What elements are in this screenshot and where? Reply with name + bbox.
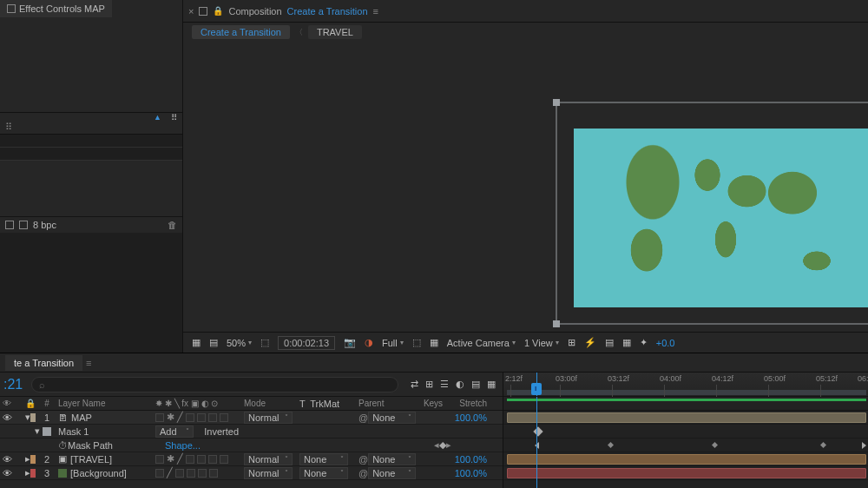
tab-menu-icon[interactable]: ≡ — [86, 358, 91, 368]
magnification-dropdown[interactable]: 50%▾ — [227, 338, 252, 348]
flowchart-child[interactable]: TRAVEL — [308, 25, 362, 39]
layer-bar-map[interactable] — [507, 412, 866, 423]
switch-motionblur[interactable] — [208, 413, 217, 422]
fast-previews-icon[interactable]: ⚡ — [584, 337, 596, 348]
timeline-graph-area[interactable]: 2:12f 03:00f 03:12f 04:00f 04:12f 05:00f… — [503, 373, 868, 488]
video-toggle-icon[interactable]: 👁 — [3, 412, 12, 423]
mask-keyframe[interactable] — [533, 426, 542, 436]
flowchart-root[interactable]: Create a Transition — [192, 25, 290, 39]
mask-mode-dropdown[interactable]: Add˅ — [155, 425, 194, 438]
effect-controls-tab[interactable]: Effect Controls MAP — [0, 0, 112, 17]
layer-search-input[interactable]: ⌕ — [31, 377, 398, 392]
shape-value-link[interactable]: Shape... — [165, 440, 201, 451]
maskpath-key[interactable] — [820, 442, 826, 448]
pickwhip-icon[interactable]: @ — [358, 454, 368, 465]
switch-shy[interactable] — [155, 413, 164, 422]
maskpath-key[interactable] — [862, 442, 866, 449]
maskpath-key[interactable] — [608, 442, 614, 448]
cti-head[interactable]: I — [531, 383, 542, 395]
layer-name-text[interactable]: [Background] — [70, 468, 127, 478]
timeline-icon[interactable]: ▤ — [605, 337, 614, 348]
render-icon[interactable]: ✦ — [640, 337, 648, 348]
proj-settings-icon[interactable] — [19, 221, 28, 229]
switch-motionblur[interactable] — [198, 469, 207, 478]
layer-name-text[interactable]: [TRAVEL] — [70, 454, 112, 465]
next-key-icon[interactable]: ▸ — [446, 439, 451, 451]
res-full-icon[interactable]: ⬚ — [260, 337, 269, 348]
switch-frameblend[interactable] — [197, 413, 206, 422]
collapse-icon[interactable]: ⊞ — [425, 379, 433, 390]
switch-motionblur[interactable] — [208, 455, 217, 464]
switch-collapse[interactable]: ✱ — [167, 453, 174, 465]
panel-menu-icon[interactable]: ⠿ — [171, 113, 177, 122]
layer-row-maskpath[interactable]: ⏱ Mask Path Shape... ◂◆▸ — [0, 439, 503, 452]
label-swatch[interactable] — [30, 469, 36, 478]
switch-quality[interactable]: ╱ — [177, 412, 183, 423]
roi-icon[interactable]: ⬚ — [412, 337, 421, 348]
layer-bar-background[interactable] — [507, 468, 866, 478]
trkmat-dropdown[interactable]: None˅ — [299, 453, 348, 465]
pixel-aspect-icon[interactable]: ⊞ — [568, 337, 575, 348]
mask-name-text[interactable]: Mask 1 — [58, 426, 89, 437]
comp-flowchart-icon[interactable]: ▦ — [622, 337, 631, 348]
parent-dropdown[interactable]: None˅ — [368, 467, 416, 479]
switch-fx[interactable] — [175, 469, 184, 478]
layer-search-field[interactable] — [45, 379, 391, 390]
mask-vertex-handle[interactable] — [553, 99, 560, 106]
layer-row-background[interactable]: 👁 ▸ 3 [Background] ╱ Normal˅ None˅ @None… — [0, 466, 503, 480]
snapshot-icon[interactable]: 📷 — [344, 337, 356, 348]
project-item-row[interactable] — [0, 148, 182, 161]
panel-collapse-icon[interactable]: ▲ — [154, 113, 161, 122]
views-dropdown[interactable]: 1 View▾ — [524, 338, 559, 348]
transparency-grid-icon[interactable]: ▦ — [430, 337, 438, 348]
tab-menu-icon[interactable]: ≡ — [373, 6, 378, 16]
trkmat-dropdown[interactable]: None˅ — [299, 467, 348, 479]
bpc-toggle[interactable]: 8 bpc — [33, 220, 56, 230]
grid-icon[interactable]: ▤ — [209, 337, 218, 348]
video-toggle-icon[interactable]: 👁 — [3, 468, 12, 478]
switch-collapse[interactable]: ✱ — [167, 412, 174, 423]
pickwhip-icon[interactable]: @ — [358, 412, 368, 423]
alpha-icon[interactable]: ▦ — [192, 337, 201, 348]
show-snapshot-icon[interactable]: ◑ — [365, 337, 373, 348]
switch-fx[interactable] — [186, 455, 194, 464]
stretch-value[interactable]: 100.0% — [448, 411, 490, 424]
graph-editor-icon[interactable]: ▤ — [471, 379, 480, 390]
layer-row-map[interactable]: 👁 ▾ 1 🖹MAP ✱╱ Normal˅ @None˅ 100.0% — [0, 411, 503, 425]
switch-quality[interactable]: ╱ — [177, 453, 183, 465]
switch-fx[interactable] — [186, 413, 194, 422]
stretch-value[interactable]: 100.0% — [448, 466, 490, 479]
switch-3d[interactable] — [220, 413, 228, 422]
parent-dropdown[interactable]: None˅ — [368, 453, 416, 465]
layer-row-travel[interactable]: 👁 ▸ 2 ▣[TRAVEL] ✱╱ Normal˅ None˅ @None˅ … — [0, 452, 503, 466]
switch-frameblend[interactable] — [197, 455, 206, 464]
switch-shy[interactable] — [155, 455, 164, 464]
switch-3d[interactable] — [220, 455, 228, 464]
motion-blur-icon[interactable]: ◐ — [456, 379, 464, 390]
switch-3d[interactable] — [209, 469, 218, 478]
brainstorm-icon[interactable]: ▦ — [487, 379, 496, 390]
frame-blend-icon[interactable]: ☰ — [440, 379, 449, 390]
add-key-icon[interactable]: ◆ — [439, 439, 446, 451]
work-area-bar[interactable] — [507, 390, 866, 395]
mask-color-swatch[interactable] — [43, 427, 51, 436]
resolution-dropdown[interactable]: Full▾ — [382, 338, 404, 348]
timecode-display[interactable]: 0:00:02:13 — [278, 336, 335, 350]
trash-icon[interactable]: 🗑 — [168, 220, 177, 230]
video-toggle-icon[interactable]: 👁 — [3, 454, 12, 465]
viewer-tab-compname[interactable]: Create a Transition — [287, 6, 368, 16]
timeline-tab[interactable]: te a Transition — [5, 355, 82, 371]
lock-icon[interactable]: 🔒 — [213, 6, 223, 16]
inverted-label[interactable]: Inverted — [204, 426, 239, 437]
stretch-value[interactable]: 100.0% — [448, 452, 490, 465]
maskpath-key[interactable] — [712, 442, 718, 448]
layer-row-mask[interactable]: ▾ Mask 1 Add˅ Inverted — [0, 425, 503, 439]
mode-dropdown[interactable]: Normal˅ — [244, 467, 293, 479]
exposure-value[interactable]: +0.0 — [656, 338, 675, 348]
switch-shy[interactable] — [155, 469, 164, 478]
current-time-display[interactable]: :21 — [0, 377, 26, 392]
composition-canvas[interactable] — [183, 42, 868, 332]
switch-quality[interactable]: ╱ — [167, 467, 173, 478]
time-ruler[interactable]: 2:12f 03:00f 03:12f 04:00f 04:12f 05:00f… — [503, 373, 868, 397]
mode-dropdown[interactable]: Normal˅ — [244, 453, 293, 465]
